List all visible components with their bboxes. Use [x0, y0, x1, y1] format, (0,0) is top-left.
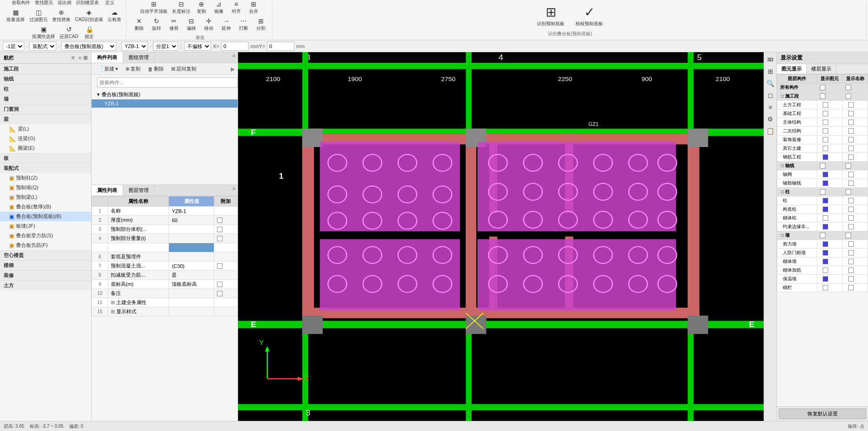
- rt-ercijg-show[interactable]: [817, 127, 842, 136]
- rt-shigong-name[interactable]: [842, 92, 868, 101]
- rt-zhu-name[interactable]: [842, 188, 868, 196]
- tree-child-yzb1[interactable]: YZB-1: [92, 99, 238, 108]
- rt-qiang-show[interactable]: [817, 231, 842, 240]
- rt-tufang-show[interactable]: [817, 101, 842, 109]
- mirror-btn[interactable]: ⊿ 镜像: [211, 0, 227, 16]
- length-mark-btn[interactable]: ⊟ 长度标注: [170, 0, 192, 16]
- rt-baowenq-name[interactable]: [842, 275, 868, 284]
- expand-11[interactable]: ⊞: [111, 300, 115, 305]
- prop-tab-layer[interactable]: 图层管理: [123, 185, 155, 196]
- right-tab-element[interactable]: 图元显示: [777, 64, 807, 74]
- settings-btn[interactable]: ⚙: [765, 114, 776, 125]
- expand-15[interactable]: ⊞: [111, 309, 115, 314]
- rt-qiti-name[interactable]: [842, 214, 868, 223]
- identify-layer-btn[interactable]: ◈ 识别楼层表: [74, 0, 101, 7]
- floor-select[interactable]: -1层: [3, 42, 24, 51]
- rt-yueshuf-show[interactable]: [817, 223, 842, 231]
- rt-jianliq-show[interactable]: [817, 240, 842, 249]
- find-replace-btn[interactable]: ⊕ 查找替换: [50, 8, 72, 24]
- layer-btn[interactable]: ≡: [765, 102, 776, 113]
- dotted-btn[interactable]: ⋯ 打断: [235, 16, 252, 33]
- canvas-area[interactable]: 3 4 5 2100 1900 2750 2250 900 2100 F E: [238, 52, 764, 421]
- rt-zhuxian-name[interactable]: [842, 162, 868, 170]
- rt-qilan-name[interactable]: [842, 284, 868, 292]
- move-btn[interactable]: ✛ 移动: [201, 16, 217, 33]
- rotate-btn[interactable]: ↻ 旋转: [148, 16, 165, 33]
- prop-val-6[interactable]: [169, 252, 214, 262]
- rt-jichu-name[interactable]: [842, 109, 868, 118]
- nav-item-yzzhu[interactable]: ▣ 预制柱(Z): [0, 173, 91, 183]
- rt-tufang-name[interactable]: [842, 101, 868, 109]
- prop-val-8[interactable]: 是: [169, 271, 214, 280]
- prop-val-3[interactable]: [169, 225, 214, 234]
- split-btn[interactable]: ⊞ 分割: [253, 16, 269, 33]
- restore-cad-btn[interactable]: ↺ 还原CAD: [58, 25, 80, 40]
- mode-select[interactable]: 装配式: [29, 42, 56, 51]
- rt-renfang-name[interactable]: [842, 249, 868, 257]
- lock-btn[interactable]: 🔒 锁定: [81, 25, 98, 40]
- nav-item-fujin[interactable]: ▣ 叠合板负筋(F): [0, 240, 91, 250]
- nav-list-icon[interactable]: ≡: [79, 55, 81, 60]
- prop-cb-10[interactable]: [214, 289, 238, 298]
- rt-qilan-show[interactable]: [817, 284, 842, 292]
- rt-qitijj-name[interactable]: [842, 266, 868, 275]
- copy-btn[interactable]: ⊕ 复制: [193, 0, 210, 16]
- offset-btn[interactable]: ⊟ 偏移: [183, 16, 200, 33]
- extend-btn[interactable]: → 延伸: [218, 16, 234, 33]
- verify-composite-btn[interactable]: ✓ 校核预制底板: [572, 3, 607, 29]
- prop-val-5[interactable]: [169, 243, 214, 252]
- define-btn[interactable]: ≡ 定义: [102, 0, 118, 7]
- rt-qiang-name[interactable]: [842, 231, 868, 240]
- rt-gouzao-name[interactable]: [842, 205, 868, 214]
- prop-val-10[interactable]: [169, 289, 214, 298]
- zoom-fit-btn[interactable]: ⊞: [765, 66, 776, 77]
- rt-qitiq-name[interactable]: [842, 257, 868, 266]
- type-select[interactable]: 叠合板(预制底板): [61, 42, 116, 51]
- rt-renfang-show[interactable]: [817, 249, 842, 257]
- nav-item-diban-z[interactable]: ▣ 叠合板(整厚)(B): [0, 202, 91, 212]
- cad-identify-btn[interactable]: ◈ CAD识别选项: [73, 8, 105, 24]
- set-ratio-btn[interactable]: ⊟ 设比例: [56, 0, 73, 7]
- rt-yueshuf-name[interactable]: [842, 223, 868, 231]
- offset-select[interactable]: 不偏移: [184, 42, 211, 51]
- nav-item-diban-b[interactable]: ▣ 叠合板(预制底板)(B): [0, 212, 91, 221]
- nav-item-banceng[interactable]: ▣ 板缝(JF): [0, 221, 91, 231]
- prop-val-11[interactable]: [169, 298, 214, 307]
- nav-item-liang-l[interactable]: 📐 梁(L): [0, 124, 91, 134]
- comp-new-btn[interactable]: 📄 新建 ▾: [94, 65, 121, 73]
- list-view-btn[interactable]: 📋: [765, 125, 776, 136]
- rt-zhu-show[interactable]: [817, 188, 842, 196]
- nav-item-shoulj[interactable]: ▣ 叠合板受力筋(S): [0, 231, 91, 240]
- trim-btn[interactable]: ✂ 修剪: [166, 16, 182, 33]
- prop-cb-4[interactable]: [214, 234, 238, 243]
- tree-node-diban[interactable]: ▾ 叠合板(预制底板): [92, 90, 238, 99]
- rt-zhuxian-show[interactable]: [817, 162, 842, 170]
- rt-zhuangs-name[interactable]: [842, 136, 868, 144]
- merge-btn[interactable]: ⊞ 合并: [245, 0, 262, 16]
- search-input[interactable]: [97, 77, 238, 87]
- prop-cb-2[interactable]: [214, 216, 238, 225]
- rt-all-name[interactable]: [842, 83, 868, 92]
- right-tab-floor[interactable]: 楼层显示: [807, 64, 836, 74]
- auto-flat-btn[interactable]: ⊞ 自动平齐顶板: [138, 0, 169, 16]
- align-btn[interactable]: ≡ 对齐: [228, 0, 244, 16]
- rt-qitijj-show[interactable]: [817, 266, 842, 275]
- rt-fuzhu-name[interactable]: [842, 179, 868, 188]
- prop-cb-3[interactable]: [214, 225, 238, 234]
- prop-select-btn[interactable]: ▣ 按属性选择: [30, 25, 57, 40]
- select-all-btn[interactable]: ◻: [765, 90, 776, 101]
- rt-gangjin-name[interactable]: [842, 153, 868, 162]
- pick-component-btn[interactable]: ✛ 拾取构件: [10, 0, 32, 7]
- rt-fuzhu-show[interactable]: [817, 179, 842, 188]
- filter-btn[interactable]: ◫ 过滤图元: [27, 8, 49, 24]
- rt-gangjin-show[interactable]: [817, 153, 842, 162]
- prop-val-4[interactable]: [169, 234, 214, 243]
- rt-zhuti-show[interactable]: [817, 118, 842, 127]
- x-input[interactable]: [221, 42, 249, 51]
- rt-all-show[interactable]: [817, 83, 842, 92]
- rt-qitiq-show[interactable]: [817, 257, 842, 266]
- prop-val-7[interactable]: (C30): [169, 262, 214, 271]
- rt-gouzao-show[interactable]: [817, 205, 842, 214]
- more-options[interactable]: ▶: [231, 66, 235, 72]
- identify-composite-btn[interactable]: ⊞ 识别预制底板: [533, 3, 568, 29]
